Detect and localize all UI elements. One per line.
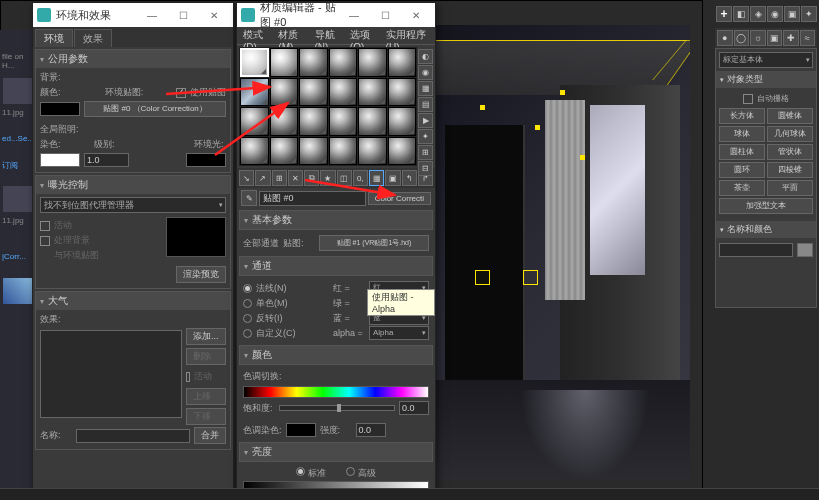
- material-slot[interactable]: [299, 48, 328, 77]
- create-torus[interactable]: 圆环: [719, 162, 765, 178]
- tab-effects[interactable]: 效果: [74, 29, 112, 47]
- htool-showmap[interactable]: ▦: [369, 170, 384, 186]
- create-icon[interactable]: +: [716, 6, 732, 22]
- material-type-button[interactable]: Color Correcti: [368, 192, 431, 205]
- file-item[interactable]: 11.jpg: [0, 214, 36, 240]
- hue-gradient[interactable]: [243, 386, 429, 398]
- geom-icon[interactable]: ●: [717, 30, 733, 46]
- material-slot[interactable]: [329, 137, 358, 166]
- env-map-button[interactable]: 贴图 #0 （Color Correction）: [84, 101, 226, 117]
- material-slot-0[interactable]: [240, 48, 269, 77]
- file-item[interactable]: |Corr...: [0, 250, 36, 276]
- maximize-button[interactable]: ☐: [168, 5, 198, 25]
- material-slot[interactable]: [270, 137, 299, 166]
- file-item[interactable]: 11.jpg: [0, 106, 36, 132]
- material-slot[interactable]: [329, 48, 358, 77]
- create-textplus[interactable]: 加强型文本: [719, 198, 813, 214]
- radio-advanced[interactable]: [346, 467, 355, 476]
- radio-custom[interactable]: [243, 329, 252, 338]
- material-slot[interactable]: [270, 48, 299, 77]
- utilities-icon[interactable]: ✦: [801, 6, 817, 22]
- htool-reset[interactable]: ✕: [288, 170, 303, 186]
- up-button[interactable]: 上移: [186, 388, 226, 405]
- create-tube[interactable]: 管状体: [767, 144, 813, 160]
- vtool-bg[interactable]: ▦: [418, 81, 433, 96]
- motion-icon[interactable]: ◉: [767, 6, 783, 22]
- lights-icon[interactable]: ☼: [750, 30, 766, 46]
- radio-invert[interactable]: [243, 314, 252, 323]
- vtool-count[interactable]: ⊟: [418, 161, 433, 176]
- basic-map-button[interactable]: 贴图 #1 (VR贴图1号.hd): [319, 235, 429, 251]
- active-checkbox[interactable]: [40, 221, 50, 231]
- panel-header[interactable]: 对象类型: [716, 71, 816, 88]
- material-slot[interactable]: [358, 78, 387, 107]
- material-slot[interactable]: [299, 137, 328, 166]
- modify-icon[interactable]: ◧: [733, 6, 749, 22]
- create-pyramid[interactable]: 四棱锥: [767, 162, 813, 178]
- section-color[interactable]: 颜色: [239, 345, 433, 365]
- selection-box[interactable]: [475, 270, 490, 285]
- material-slot[interactable]: [299, 78, 328, 107]
- minimize-button[interactable]: —: [137, 5, 167, 25]
- merge-button[interactable]: 合并: [194, 427, 226, 444]
- rollout-header[interactable]: 大气: [36, 292, 230, 310]
- section-channels[interactable]: 通道: [239, 256, 433, 276]
- vtool-backlight[interactable]: ◉: [418, 65, 433, 80]
- render-preview-button[interactable]: 渲染预览: [176, 266, 226, 283]
- rollout-scroll[interactable]: 基本参数 全部通道 贴图: 贴图 #1 (VR贴图1号.hd) 通道 法线(N)…: [237, 208, 435, 500]
- file-item[interactable]: 订阅: [0, 158, 36, 184]
- hierarchy-icon[interactable]: ◈: [750, 6, 766, 22]
- htool-parent[interactable]: ↰: [402, 170, 417, 186]
- display-icon[interactable]: ▣: [784, 6, 800, 22]
- strength-spinner[interactable]: 0.0: [356, 423, 386, 437]
- panel-header[interactable]: 名称和颜色: [716, 221, 816, 238]
- material-slot[interactable]: [240, 137, 269, 166]
- htool-put[interactable]: ↗: [255, 170, 270, 186]
- menu-utilities[interactable]: 实用程序(U): [382, 27, 433, 44]
- file-item[interactable]: ed...Se...: [0, 132, 36, 158]
- autogrid-checkbox[interactable]: [743, 94, 753, 104]
- vtool-select[interactable]: ⊞: [418, 145, 433, 160]
- file-thumb[interactable]: [3, 78, 33, 104]
- material-name-field[interactable]: 贴图 #0: [259, 191, 366, 206]
- material-slot-hdr[interactable]: [240, 78, 269, 107]
- close-button[interactable]: ✕: [401, 5, 431, 25]
- material-slot[interactable]: [240, 107, 269, 136]
- tab-environment[interactable]: 环境: [35, 29, 73, 47]
- vtool-sample[interactable]: ◐: [418, 49, 433, 64]
- name-field[interactable]: [76, 429, 190, 443]
- create-box[interactable]: 长方体: [719, 108, 765, 124]
- material-slot[interactable]: [329, 107, 358, 136]
- dialog-titlebar[interactable]: 环境和效果 — ☐ ✕: [33, 3, 233, 27]
- radio-normal[interactable]: [243, 284, 252, 293]
- down-button[interactable]: 下移: [186, 408, 226, 425]
- file-thumb[interactable]: [3, 186, 33, 212]
- close-button[interactable]: ✕: [199, 5, 229, 25]
- atmosphere-listbox[interactable]: [40, 330, 182, 418]
- rollout-header[interactable]: 公用参数: [36, 50, 230, 68]
- material-slot[interactable]: [270, 78, 299, 107]
- material-slot[interactable]: [329, 78, 358, 107]
- exposure-dropdown[interactable]: 找不到位图代理管理器: [40, 197, 226, 213]
- pick-icon[interactable]: ✎: [241, 190, 257, 206]
- vtool-opts[interactable]: ✦: [418, 129, 433, 144]
- ambient-swatch[interactable]: [186, 153, 226, 167]
- tint-swatch[interactable]: [286, 423, 316, 437]
- cameras-icon[interactable]: ▣: [767, 30, 783, 46]
- bg-color-swatch[interactable]: [40, 102, 80, 116]
- htool-assign[interactable]: ⊞: [272, 170, 287, 186]
- htool-copy[interactable]: ⧉: [304, 170, 319, 186]
- create-plane[interactable]: 平面: [767, 180, 813, 196]
- category-dropdown[interactable]: 标定基本体: [719, 52, 813, 68]
- htool-id[interactable]: 0,: [353, 170, 368, 186]
- htool-get[interactable]: ↘: [239, 170, 254, 186]
- active-checkbox[interactable]: [186, 372, 190, 382]
- material-slot[interactable]: [299, 107, 328, 136]
- section-basic[interactable]: 基本参数: [239, 210, 433, 230]
- procbg-checkbox[interactable]: [40, 236, 50, 246]
- create-cylinder[interactable]: 圆柱体: [719, 144, 765, 160]
- htool-endresult[interactable]: ▣: [385, 170, 400, 186]
- material-slot[interactable]: [388, 107, 417, 136]
- create-sphere[interactable]: 球体: [719, 126, 765, 142]
- htool-unique[interactable]: ★: [320, 170, 335, 186]
